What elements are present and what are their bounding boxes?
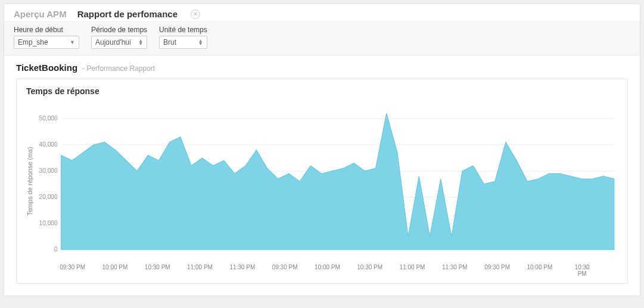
svg-text:20,000: 20,000 bbox=[39, 194, 58, 200]
filter-bar: Heure de début Emp_she ▼ Période de temp… bbox=[4, 21, 640, 55]
tab-apm-overview[interactable]: Aperçu APM bbox=[14, 9, 67, 19]
svg-text:0: 0 bbox=[54, 246, 58, 253]
caret-down-icon: ▼ bbox=[70, 39, 75, 45]
unit-value: Brut bbox=[163, 38, 176, 46]
tab-performance-report[interactable]: Rapport de perfomance bbox=[77, 9, 178, 19]
chart-plot-area: 010,00020,00030,00040,00050,000 bbox=[36, 101, 618, 262]
start-time-value: Emp_she bbox=[18, 38, 48, 46]
y-axis-label: Temps de réponse (ms) bbox=[26, 101, 33, 262]
updown-icon: ▲▼ bbox=[138, 39, 143, 45]
start-time-select[interactable]: Emp_she ▼ bbox=[14, 36, 79, 49]
period-label: Période de temps bbox=[91, 26, 147, 34]
tab-performance-report-label: Rapport de perfomance bbox=[77, 9, 178, 19]
period-select[interactable]: Aujourd'hui ▲▼ bbox=[91, 36, 147, 49]
svg-text:30,000: 30,000 bbox=[39, 167, 58, 174]
unit-select[interactable]: Brut ▲▼ bbox=[159, 36, 207, 49]
svg-text:40,000: 40,000 bbox=[39, 141, 58, 148]
svg-text:10,000: 10,000 bbox=[39, 220, 58, 226]
chart-title: Temps de réponse bbox=[26, 86, 618, 96]
x-axis-ticks: 09:30 PM10:00 PM10:30 PM11:00 PM11:30 PM… bbox=[51, 264, 593, 272]
start-time-label: Heure de début bbox=[14, 26, 79, 34]
period-value: Aujourd'hui bbox=[95, 38, 131, 46]
report-subtitle: - Performance Rapport bbox=[82, 64, 155, 73]
close-tab-icon[interactable]: ✕ bbox=[191, 10, 200, 19]
app-name: TicketBooking bbox=[16, 63, 77, 73]
updown-icon: ▲▼ bbox=[198, 39, 203, 45]
svg-text:50,000: 50,000 bbox=[39, 115, 58, 122]
unit-label: Unité de temps bbox=[159, 26, 207, 34]
response-time-chart: Temps de réponse Temps de réponse (ms) 0… bbox=[16, 79, 628, 284]
